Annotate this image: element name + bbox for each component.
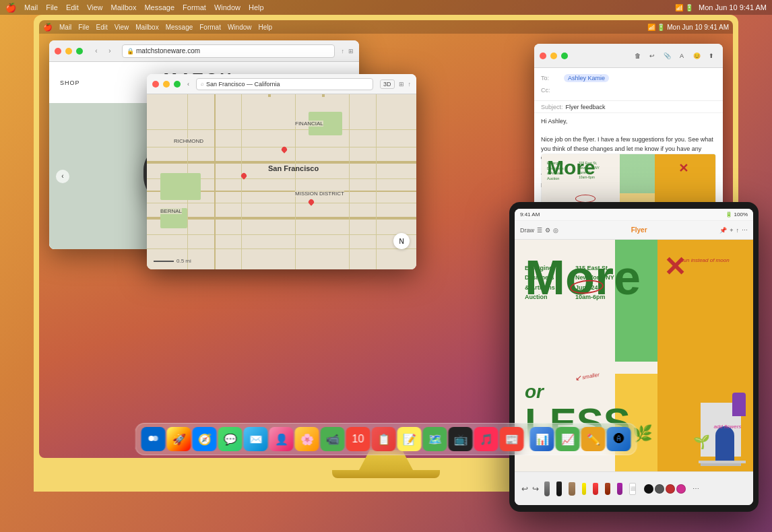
ipad-color-black[interactable]	[644, 484, 653, 494]
menubar-window[interactable]: Window	[214, 3, 240, 11]
mail-body[interactable]: Hi Ashley, Nice job on the flyer. I have…	[534, 113, 723, 154]
ipad-undo-button[interactable]: ↩	[521, 484, 528, 494]
mail-reply-button[interactable]: ↩	[646, 50, 658, 62]
safari-tab-icon[interactable]: ⊞	[348, 48, 354, 55]
menubar-mailbox[interactable]: Mailbox	[111, 3, 137, 11]
maps-fullscreen-button[interactable]	[174, 81, 181, 88]
menubar-right: 📶 🔋 Mon Jun 10 9:41 AM	[675, 3, 767, 11]
map-san-francisco-label: San Francisco	[268, 164, 319, 172]
ipad-brown-pen-tool[interactable]	[605, 483, 610, 495]
mail-toolbar-actions: 🗑 ↩ 📎 A 😊 ⬆	[631, 50, 717, 62]
ipad-highlighter-tool[interactable]	[582, 483, 586, 495]
menubar-edit[interactable]: Edit	[66, 3, 79, 11]
maps-more-button[interactable]: ⊞	[399, 81, 404, 88]
dock-messages-icon[interactable]: 💬	[218, 427, 243, 451]
ipad-color-more-button[interactable]: ⋯	[693, 485, 699, 492]
ipad-pin-button[interactable]: 📌	[719, 227, 727, 234]
dock-maps-icon[interactable]: 🗺️	[423, 427, 447, 451]
menubar-format[interactable]: Format	[183, 3, 206, 11]
mail-attach-button[interactable]: 📎	[661, 50, 673, 62]
ipad-overflow-button[interactable]: ⋯	[742, 227, 748, 234]
apple-menu[interactable]: 🍎	[5, 3, 16, 13]
dock-music-icon[interactable]: 🎵	[474, 427, 498, 451]
maps-map-area[interactable]: San Francisco FINANCIAL RICHMOND MISSION…	[147, 94, 416, 269]
mail-cc-label: Cc:	[541, 87, 561, 94]
ipad-screen[interactable]: 9:41 AM 🔋 100% Draw ☰ ⚙ ◎ Flyer 📌 + ↑ ⋯	[515, 209, 753, 505]
ipad-pencil-tool[interactable]	[544, 481, 550, 496]
dock-calendar-icon[interactable]: 10	[346, 427, 371, 451]
ipad-color-red[interactable]	[666, 484, 675, 494]
maps-window[interactable]: ‹ ⌕ San Francisco — California 3D ⊞ ↑	[147, 74, 416, 269]
mail-to-row: To: Ashley Kamie	[541, 72, 716, 84]
screen-edit: Edit	[96, 24, 107, 31]
ipad-share-button[interactable]: ↑	[736, 227, 740, 234]
ipad-add-button[interactable]: +	[730, 227, 733, 234]
maps-share-button[interactable]: ↑	[408, 81, 412, 88]
ipad-marker-tool[interactable]	[569, 482, 575, 496]
maps-close-button[interactable]	[152, 81, 159, 88]
ipad-list-button[interactable]: ☰	[537, 227, 542, 234]
ipad-eraser-tool[interactable]: ⬜	[629, 483, 636, 495]
safari-minimize-button[interactable]	[65, 48, 72, 55]
ipad-color-pink[interactable]	[676, 484, 686, 494]
ipad-red-pen-tool[interactable]	[593, 483, 598, 495]
ipad-gear-button[interactable]: ⚙	[545, 227, 550, 234]
dock-reminders-icon[interactable]: 📋	[372, 427, 396, 451]
ipad-purple-pen-tool[interactable]	[617, 483, 622, 495]
safari-url-bar[interactable]: 🔒 matchstoneware.com	[122, 44, 335, 58]
ipad-redo-button[interactable]: ↪	[532, 484, 539, 494]
mail-fields: To: Ashley Kamie Cc:	[534, 68, 723, 101]
screen-mail: Mail	[59, 24, 71, 31]
menubar-message[interactable]: Message	[144, 3, 174, 11]
safari-fullscreen-button[interactable]	[76, 48, 83, 55]
menubar-mail[interactable]: Mail	[24, 3, 38, 11]
mail-to-recipient[interactable]: Ashley Kamie	[564, 74, 609, 82]
dock-grapher-icon[interactable]: ✏️	[581, 427, 606, 451]
match-shop-nav[interactable]: SHOP	[60, 79, 80, 86]
dock-facetime-icon[interactable]: 📹	[321, 427, 345, 451]
flyer-x-annotation: ✕	[678, 161, 688, 176]
safari-close-button[interactable]	[55, 48, 61, 55]
dock-mail-icon[interactable]: ✉️	[244, 427, 268, 451]
menubar-help[interactable]: Help	[249, 3, 264, 11]
maps-back-icon[interactable]: ‹	[187, 81, 189, 88]
dock-contacts-icon[interactable]: 👤	[269, 427, 294, 451]
ipad-shape-button[interactable]: ◎	[553, 227, 558, 234]
menubar-file[interactable]: File	[46, 3, 58, 11]
mail-format-button[interactable]: A	[676, 50, 688, 62]
dock-finder-icon[interactable]	[141, 427, 166, 451]
maps-minimize-button[interactable]	[163, 81, 170, 88]
dock-numbers-icon[interactable]: 📈	[556, 427, 580, 451]
maps-search-bar[interactable]: ⌕ San Francisco — California	[196, 78, 373, 90]
ipad-draw-button[interactable]: Draw	[520, 227, 534, 234]
dock-launchpad-icon[interactable]: 🚀	[167, 427, 191, 451]
safari-back-button[interactable]: ‹	[91, 46, 102, 57]
dock: 🚀 🧭 💬 ✉️ 👤 🌸 📹 10	[135, 423, 637, 455]
match-prev-button[interactable]: ‹	[56, 170, 69, 183]
mail-emoji-button[interactable]: 😊	[690, 50, 703, 62]
mail-minimize-button[interactable]	[550, 53, 557, 59]
dock-appletv-icon[interactable]: 📺	[449, 427, 473, 451]
mail-trash-button[interactable]: 🗑	[631, 50, 643, 62]
dock-notes-icon[interactable]: 📝	[397, 427, 422, 451]
maps-3d-button[interactable]: 3D	[380, 79, 395, 89]
dock-safari-icon[interactable]: 🧭	[193, 427, 217, 451]
map-financial-label: FINANCIAL	[295, 121, 323, 127]
mail-close-button[interactable]	[540, 53, 546, 59]
safari-share-icon[interactable]: ↑	[342, 48, 345, 55]
dock-keynote-icon[interactable]: 📊	[530, 427, 554, 451]
ipad-color-gray[interactable]	[655, 484, 664, 494]
screen-menubar: 🍎 Mail File Edit View Mailbox Message Fo…	[39, 20, 733, 34]
ipad-plant-2: 🌱	[693, 434, 710, 450]
mail-subject-label: Subject:	[541, 104, 563, 110]
dock-news-icon[interactable]: 📰	[500, 427, 524, 451]
menubar-view[interactable]: View	[87, 3, 103, 11]
safari-forward-button[interactable]: ›	[104, 46, 115, 57]
map-compass: N	[393, 233, 410, 249]
mail-send-button[interactable]: ⬆	[705, 50, 717, 62]
mail-fullscreen-button[interactable]	[561, 53, 568, 59]
dock-photos-icon[interactable]: 🌸	[295, 427, 319, 451]
ipad-pen-tool[interactable]	[556, 481, 562, 496]
ipad-arrow-annotation: ↙	[575, 373, 582, 383]
dock-appstore-icon[interactable]: 🅐	[607, 427, 631, 451]
